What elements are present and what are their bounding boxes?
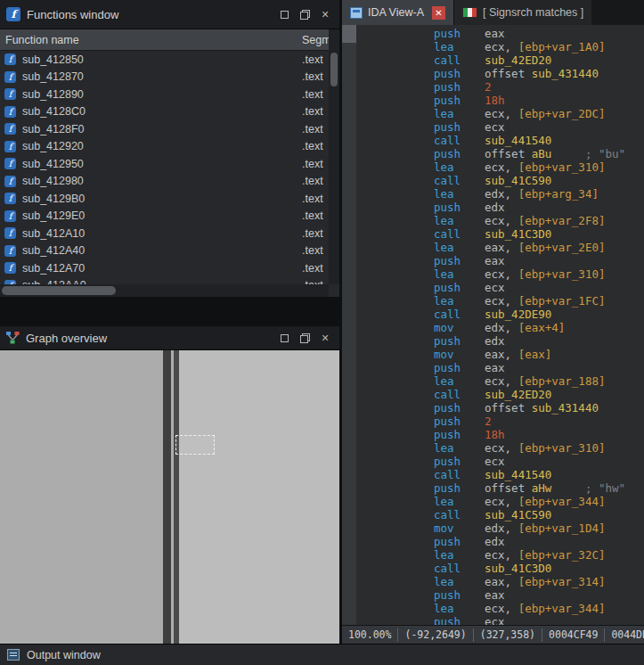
asm-line[interactable]: pushoffset sub_431440 (434, 401, 644, 415)
close-button[interactable]: ✕ (317, 6, 333, 22)
functions-vertical-scrollbar[interactable] (329, 29, 339, 284)
vertical-scrollbar-thumb[interactable] (342, 25, 356, 43)
function-list-item[interactable]: fsub_412850.text (0, 51, 329, 69)
asm-line[interactable]: pusheax (434, 361, 644, 374)
asm-line[interactable]: pushecx (434, 281, 644, 294)
function-list-item[interactable]: fsub_412A40.text (0, 242, 329, 260)
asm-line[interactable]: leaecx, [ebp+var_344] (434, 602, 644, 615)
asm-line[interactable]: callsub_441540 (434, 468, 644, 481)
asm-line[interactable]: pushoffset aHw ; "hw" (434, 481, 644, 495)
graph-node-column (163, 350, 171, 644)
asm-line[interactable]: pushoffset aBu ; "bu" (434, 147, 644, 160)
asm-line[interactable]: push18h (434, 428, 644, 441)
asm-operand: [ebp+var_1D4] (518, 521, 606, 535)
asm-line[interactable]: callsub_42ED20 (434, 388, 644, 401)
asm-line[interactable]: callsub_42ED20 (434, 53, 644, 67)
functions-window-titlebar[interactable]: f Functions window ✕ (0, 0, 339, 29)
asm-line[interactable]: pusheax (434, 27, 644, 40)
asm-line[interactable]: leaecx, [ebp+var_32C] (434, 548, 644, 562)
asm-line[interactable]: callsub_42DE90 (434, 308, 644, 321)
function-list-item[interactable]: fsub_4128F0.text (0, 120, 329, 138)
function-list-item[interactable]: fsub_412AA0.text (0, 277, 329, 285)
asm-line[interactable]: callsub_41C3D0 (434, 227, 644, 241)
tab-signsrch-matches[interactable]: [ Signsrch matches ] (453, 0, 591, 25)
asm-line[interactable]: movedx, [eax+4] (434, 321, 644, 334)
function-list-item[interactable]: fsub_412890.text (0, 86, 329, 103)
asm-line[interactable]: leaecx, [ebp+var_310] (434, 160, 644, 174)
function-icon: f (4, 158, 16, 169)
asm-line[interactable]: pushoffset sub_431440 (434, 67, 644, 80)
function-segment: .text (302, 244, 323, 257)
asm-line[interactable]: leaecx, [ebp+var_1A0] (434, 40, 644, 53)
function-list-item[interactable]: fsub_4129E0.text (0, 208, 329, 226)
asm-operand: [ebp+var_2F8] (518, 214, 606, 227)
asm-line[interactable]: push2 (434, 415, 644, 428)
function-list-header[interactable]: Function name Segm (0, 29, 329, 51)
float-button[interactable] (297, 6, 313, 22)
maximize-button[interactable] (276, 6, 292, 22)
asm-line[interactable]: pusheax (434, 254, 644, 267)
asm-line[interactable]: push18h (434, 94, 644, 107)
disassembly-vertical-scrollbar[interactable] (342, 25, 356, 625)
function-list-item[interactable]: fsub_4128C0.text (0, 103, 329, 121)
asm-operand: edx (485, 334, 505, 348)
functions-horizontal-scrollbar[interactable] (0, 284, 329, 297)
disassembly-view[interactable]: pusheaxleaecx, [ebp+var_1A0]callsub_42ED… (342, 25, 644, 625)
disassembly-listing[interactable]: pusheaxleaecx, [ebp+var_1A0]callsub_42ED… (356, 25, 644, 625)
asm-line[interactable]: leaecx, [ebp+var_2F8] (434, 214, 644, 227)
asm-line[interactable]: leaeax, [ebp+var_314] (434, 575, 644, 588)
asm-line[interactable]: pushecx (434, 120, 644, 134)
asm-line[interactable]: moveax, [eax] (434, 348, 644, 361)
graph-overview-title: Graph overview (26, 332, 107, 345)
asm-operand: [ebp+var_314] (518, 575, 606, 588)
vertical-scrollbar-thumb[interactable] (330, 53, 338, 86)
asm-line[interactable]: leaecx, [ebp+var_310] (434, 441, 644, 455)
function-list-item[interactable]: fsub_4129B0.text (0, 190, 329, 208)
asm-line[interactable]: callsub_41C590 (434, 508, 644, 521)
function-list-item[interactable]: fsub_412A10.text (0, 225, 329, 242)
asm-line[interactable]: callsub_41C3D0 (434, 562, 644, 575)
asm-line[interactable]: push2 (434, 80, 644, 94)
close-button[interactable]: ✕ (317, 330, 333, 346)
function-segment: .text (302, 227, 323, 240)
column-segment[interactable]: Segm (302, 34, 329, 46)
asm-line[interactable]: leaeax, [ebp+var_2E0] (434, 241, 644, 254)
asm-line[interactable]: leaecx, [ebp+var_310] (434, 267, 644, 281)
asm-mnemonic: push (434, 120, 485, 134)
asm-line[interactable]: leaedx, [ebp+arg_34] (434, 187, 644, 201)
asm-line[interactable]: leaecx, [ebp+var_188] (434, 374, 644, 388)
view-tabbar: IDA View-A ✕ [ Signsrch matches ] (342, 0, 644, 25)
function-list-item[interactable]: fsub_412980.text (0, 173, 329, 191)
asm-line[interactable]: pushedx (434, 334, 644, 348)
tab-label: [ Signsrch matches ] (483, 6, 583, 19)
tab-ida-view-a[interactable]: IDA View-A ✕ (342, 0, 453, 25)
graph-overview-canvas[interactable] (0, 350, 339, 644)
asm-line[interactable]: pushedx (434, 201, 644, 214)
column-function-name[interactable]: Function name (5, 34, 79, 46)
asm-operand: ecx, (485, 441, 518, 455)
function-list-item[interactable]: fsub_412A70.text (0, 259, 329, 277)
asm-line[interactable]: leaecx, [ebp+var_1FC] (434, 294, 644, 308)
graph-viewport-rectangle[interactable] (175, 435, 215, 455)
asm-line[interactable]: pusheax (434, 588, 644, 602)
asm-line[interactable]: leaecx, [ebp+var_344] (434, 495, 644, 508)
function-list-item[interactable]: fsub_412870.text (0, 69, 329, 86)
asm-line[interactable]: pushecx (434, 455, 644, 468)
asm-line[interactable]: callsub_441540 (434, 134, 644, 147)
function-list-item[interactable]: fsub_412950.text (0, 155, 329, 173)
tab-close-button[interactable]: ✕ (432, 6, 445, 20)
maximize-button[interactable] (276, 330, 292, 346)
asm-line[interactable]: movedx, [ebp+var_1D4] (434, 521, 644, 535)
asm-line[interactable]: leaecx, [ebp+var_2DC] (434, 107, 644, 120)
asm-line[interactable]: callsub_41C590 (434, 174, 644, 187)
horizontal-scrollbar-thumb[interactable] (2, 286, 116, 295)
asm-operand: aBu (532, 147, 552, 160)
function-list-item[interactable]: fsub_412920.text (0, 138, 329, 156)
output-window-bar[interactable]: Output window (0, 644, 644, 665)
asm-line[interactable]: pushecx (434, 615, 644, 625)
asm-operand: [ebp+var_310] (518, 441, 606, 455)
float-button[interactable] (297, 330, 313, 346)
asm-line[interactable]: pushedx (434, 535, 644, 548)
window-buttons: ✕ (276, 6, 333, 22)
graph-overview-titlebar[interactable]: Graph overview ✕ (0, 326, 339, 350)
